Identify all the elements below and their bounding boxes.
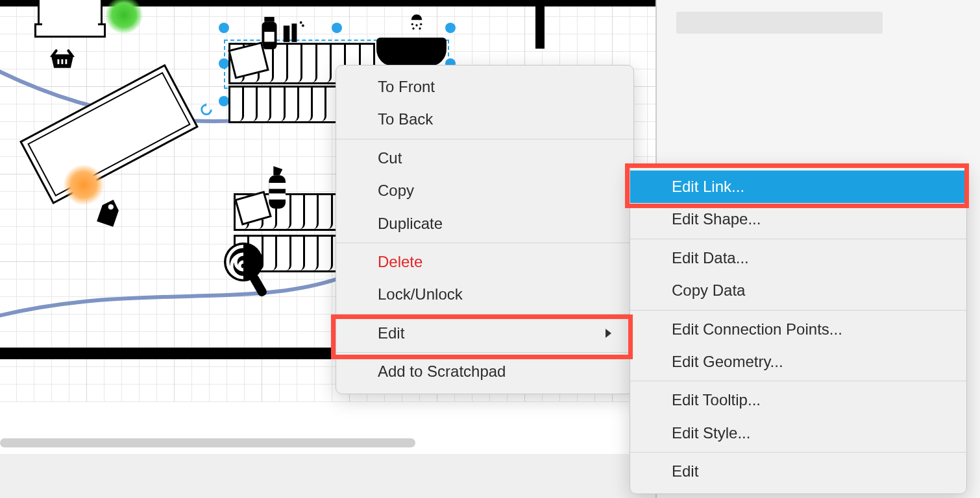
scrollbar-thumb[interactable]: [0, 438, 415, 447]
rotate-handle[interactable]: [199, 102, 212, 115]
svg-rect-8: [264, 17, 274, 22]
svg-rect-0: [58, 59, 60, 64]
edit-submenu[interactable]: Edit Link... Edit Shape... Edit Data... …: [630, 165, 967, 494]
submenu-edit-tooltip[interactable]: Edit Tooltip...: [630, 384, 966, 416]
toiletries-icon: [280, 16, 305, 48]
svg-rect-1: [62, 59, 64, 64]
svg-rect-12: [291, 23, 297, 42]
menu-cut[interactable]: Cut: [336, 142, 633, 174]
horizontal-scrollbar[interactable]: [0, 438, 422, 447]
menu-to-front[interactable]: To Front: [336, 71, 633, 103]
submenu-edit[interactable]: Edit: [630, 455, 966, 488]
svg-point-13: [300, 21, 302, 24]
menu-separator: [630, 452, 966, 453]
svg-rect-18: [269, 193, 286, 199]
selection-handle[interactable]: [219, 58, 229, 69]
submenu-copy-data[interactable]: Copy Data: [630, 274, 966, 307]
menu-lock-unlock[interactable]: Lock/Unlock: [336, 278, 633, 311]
selection-handle[interactable]: [332, 23, 342, 33]
svg-point-6: [412, 27, 414, 29]
svg-rect-20: [249, 273, 268, 298]
context-menu[interactable]: To Front To Back Cut Copy Duplicate Dele…: [336, 65, 634, 394]
submenu-edit-connection-points[interactable]: Edit Connection Points...: [630, 313, 966, 346]
selection-handle[interactable]: [445, 23, 456, 33]
lollipop-icon: [219, 241, 273, 301]
menu-separator: [336, 352, 633, 353]
menu-duplicate[interactable]: Duplicate: [336, 208, 633, 240]
submenu-edit-link[interactable]: Edit Link...: [630, 171, 966, 203]
menu-separator: [630, 239, 966, 239]
selection-handle[interactable]: [219, 96, 229, 106]
svg-rect-2: [66, 59, 67, 64]
table-shape[interactable]: [38, 0, 103, 38]
menu-separator: [630, 310, 966, 311]
svg-point-3: [411, 23, 413, 25]
menu-edit[interactable]: Edit: [336, 317, 633, 350]
menu-add-scratchpad[interactable]: Add to Scratchpad: [336, 355, 633, 388]
menu-separator: [336, 139, 633, 139]
svg-rect-17: [269, 183, 286, 189]
spray-bottle-icon: [258, 162, 295, 213]
svg-point-14: [302, 25, 304, 27]
svg-rect-11: [284, 26, 290, 42]
svg-rect-10: [264, 32, 274, 42]
svg-point-4: [415, 24, 417, 26]
selection-handle[interactable]: [219, 23, 229, 33]
bathtub-icon: [376, 38, 447, 66]
submenu-edit-geometry[interactable]: Edit Geometry...: [630, 346, 966, 378]
shower-icon: [404, 6, 430, 38]
menu-copy[interactable]: Copy: [336, 174, 633, 207]
menu-delete[interactable]: Delete: [336, 246, 633, 278]
menu-separator: [336, 243, 633, 243]
svg-rect-16: [269, 175, 286, 208]
panel-section: [676, 12, 883, 34]
basket-icon: [45, 43, 79, 73]
menu-separator: [630, 381, 966, 381]
submenu-edit-style[interactable]: Edit Style...: [630, 417, 966, 449]
shelf-shape[interactable]: [228, 86, 340, 123]
svg-point-5: [420, 23, 422, 25]
submenu-edit-shape[interactable]: Edit Shape...: [630, 203, 966, 235]
menu-separator: [336, 314, 633, 314]
menu-to-back[interactable]: To Back: [336, 103, 633, 136]
submenu-edit-data[interactable]: Edit Data...: [630, 242, 966, 274]
status-area: [0, 454, 655, 498]
submenu-arrow-icon: [606, 329, 611, 338]
status-dot-orange: [64, 165, 104, 205]
svg-point-7: [419, 27, 421, 29]
